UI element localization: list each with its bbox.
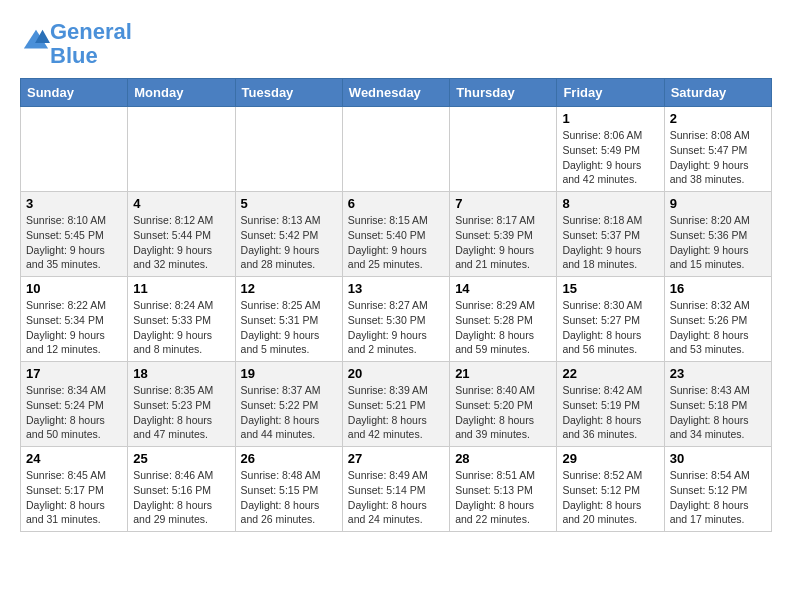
calendar-cell <box>235 107 342 192</box>
calendar-header: SundayMondayTuesdayWednesdayThursdayFrid… <box>21 79 772 107</box>
calendar-cell: 16Sunrise: 8:32 AM Sunset: 5:26 PM Dayli… <box>664 277 771 362</box>
day-number: 8 <box>562 196 658 211</box>
day-info: Sunrise: 8:40 AM Sunset: 5:20 PM Dayligh… <box>455 383 551 442</box>
calendar-cell: 2Sunrise: 8:08 AM Sunset: 5:47 PM Daylig… <box>664 107 771 192</box>
day-number: 2 <box>670 111 766 126</box>
weekday-header: Friday <box>557 79 664 107</box>
day-info: Sunrise: 8:46 AM Sunset: 5:16 PM Dayligh… <box>133 468 229 527</box>
day-number: 24 <box>26 451 122 466</box>
day-info: Sunrise: 8:43 AM Sunset: 5:18 PM Dayligh… <box>670 383 766 442</box>
logo: General Blue <box>20 20 132 68</box>
day-info: Sunrise: 8:39 AM Sunset: 5:21 PM Dayligh… <box>348 383 444 442</box>
day-number: 20 <box>348 366 444 381</box>
day-info: Sunrise: 8:06 AM Sunset: 5:49 PM Dayligh… <box>562 128 658 187</box>
day-number: 26 <box>241 451 337 466</box>
calendar-cell: 8Sunrise: 8:18 AM Sunset: 5:37 PM Daylig… <box>557 192 664 277</box>
calendar-cell: 1Sunrise: 8:06 AM Sunset: 5:49 PM Daylig… <box>557 107 664 192</box>
day-number: 3 <box>26 196 122 211</box>
day-number: 6 <box>348 196 444 211</box>
logo-text: General Blue <box>50 20 132 68</box>
day-number: 11 <box>133 281 229 296</box>
day-info: Sunrise: 8:20 AM Sunset: 5:36 PM Dayligh… <box>670 213 766 272</box>
calendar-cell: 27Sunrise: 8:49 AM Sunset: 5:14 PM Dayli… <box>342 447 449 532</box>
calendar-cell: 26Sunrise: 8:48 AM Sunset: 5:15 PM Dayli… <box>235 447 342 532</box>
day-number: 28 <box>455 451 551 466</box>
day-number: 22 <box>562 366 658 381</box>
day-number: 27 <box>348 451 444 466</box>
day-info: Sunrise: 8:34 AM Sunset: 5:24 PM Dayligh… <box>26 383 122 442</box>
day-number: 4 <box>133 196 229 211</box>
calendar-cell: 3Sunrise: 8:10 AM Sunset: 5:45 PM Daylig… <box>21 192 128 277</box>
day-number: 9 <box>670 196 766 211</box>
day-number: 10 <box>26 281 122 296</box>
calendar-body: 1Sunrise: 8:06 AM Sunset: 5:49 PM Daylig… <box>21 107 772 532</box>
day-number: 16 <box>670 281 766 296</box>
day-info: Sunrise: 8:48 AM Sunset: 5:15 PM Dayligh… <box>241 468 337 527</box>
calendar-cell: 20Sunrise: 8:39 AM Sunset: 5:21 PM Dayli… <box>342 362 449 447</box>
day-number: 12 <box>241 281 337 296</box>
calendar-cell <box>342 107 449 192</box>
calendar-cell: 12Sunrise: 8:25 AM Sunset: 5:31 PM Dayli… <box>235 277 342 362</box>
page: General Blue SundayMondayTuesdayWednesda… <box>0 0 792 542</box>
calendar-cell: 17Sunrise: 8:34 AM Sunset: 5:24 PM Dayli… <box>21 362 128 447</box>
day-number: 23 <box>670 366 766 381</box>
day-number: 7 <box>455 196 551 211</box>
day-info: Sunrise: 8:35 AM Sunset: 5:23 PM Dayligh… <box>133 383 229 442</box>
day-number: 19 <box>241 366 337 381</box>
calendar-cell: 9Sunrise: 8:20 AM Sunset: 5:36 PM Daylig… <box>664 192 771 277</box>
calendar-cell: 23Sunrise: 8:43 AM Sunset: 5:18 PM Dayli… <box>664 362 771 447</box>
calendar-cell: 29Sunrise: 8:52 AM Sunset: 5:12 PM Dayli… <box>557 447 664 532</box>
calendar-cell: 5Sunrise: 8:13 AM Sunset: 5:42 PM Daylig… <box>235 192 342 277</box>
calendar-cell: 4Sunrise: 8:12 AM Sunset: 5:44 PM Daylig… <box>128 192 235 277</box>
calendar-cell <box>21 107 128 192</box>
day-info: Sunrise: 8:22 AM Sunset: 5:34 PM Dayligh… <box>26 298 122 357</box>
day-info: Sunrise: 8:30 AM Sunset: 5:27 PM Dayligh… <box>562 298 658 357</box>
calendar-cell: 24Sunrise: 8:45 AM Sunset: 5:17 PM Dayli… <box>21 447 128 532</box>
calendar-cell: 14Sunrise: 8:29 AM Sunset: 5:28 PM Dayli… <box>450 277 557 362</box>
day-number: 30 <box>670 451 766 466</box>
day-info: Sunrise: 8:25 AM Sunset: 5:31 PM Dayligh… <box>241 298 337 357</box>
day-info: Sunrise: 8:13 AM Sunset: 5:42 PM Dayligh… <box>241 213 337 272</box>
calendar-cell: 30Sunrise: 8:54 AM Sunset: 5:12 PM Dayli… <box>664 447 771 532</box>
day-info: Sunrise: 8:17 AM Sunset: 5:39 PM Dayligh… <box>455 213 551 272</box>
calendar-cell: 28Sunrise: 8:51 AM Sunset: 5:13 PM Dayli… <box>450 447 557 532</box>
calendar-cell: 22Sunrise: 8:42 AM Sunset: 5:19 PM Dayli… <box>557 362 664 447</box>
calendar-cell: 6Sunrise: 8:15 AM Sunset: 5:40 PM Daylig… <box>342 192 449 277</box>
calendar: SundayMondayTuesdayWednesdayThursdayFrid… <box>20 78 772 532</box>
day-number: 13 <box>348 281 444 296</box>
day-number: 18 <box>133 366 229 381</box>
day-info: Sunrise: 8:18 AM Sunset: 5:37 PM Dayligh… <box>562 213 658 272</box>
day-number: 5 <box>241 196 337 211</box>
calendar-cell <box>450 107 557 192</box>
calendar-cell: 18Sunrise: 8:35 AM Sunset: 5:23 PM Dayli… <box>128 362 235 447</box>
week-row: 3Sunrise: 8:10 AM Sunset: 5:45 PM Daylig… <box>21 192 772 277</box>
calendar-cell: 15Sunrise: 8:30 AM Sunset: 5:27 PM Dayli… <box>557 277 664 362</box>
day-info: Sunrise: 8:42 AM Sunset: 5:19 PM Dayligh… <box>562 383 658 442</box>
calendar-cell: 10Sunrise: 8:22 AM Sunset: 5:34 PM Dayli… <box>21 277 128 362</box>
day-info: Sunrise: 8:54 AM Sunset: 5:12 PM Dayligh… <box>670 468 766 527</box>
day-info: Sunrise: 8:37 AM Sunset: 5:22 PM Dayligh… <box>241 383 337 442</box>
calendar-cell: 11Sunrise: 8:24 AM Sunset: 5:33 PM Dayli… <box>128 277 235 362</box>
day-info: Sunrise: 8:29 AM Sunset: 5:28 PM Dayligh… <box>455 298 551 357</box>
day-info: Sunrise: 8:08 AM Sunset: 5:47 PM Dayligh… <box>670 128 766 187</box>
logo-icon <box>22 28 50 56</box>
day-number: 21 <box>455 366 551 381</box>
calendar-cell: 21Sunrise: 8:40 AM Sunset: 5:20 PM Dayli… <box>450 362 557 447</box>
day-info: Sunrise: 8:24 AM Sunset: 5:33 PM Dayligh… <box>133 298 229 357</box>
day-number: 17 <box>26 366 122 381</box>
day-number: 25 <box>133 451 229 466</box>
day-info: Sunrise: 8:12 AM Sunset: 5:44 PM Dayligh… <box>133 213 229 272</box>
weekday-row: SundayMondayTuesdayWednesdayThursdayFrid… <box>21 79 772 107</box>
calendar-cell <box>128 107 235 192</box>
day-info: Sunrise: 8:49 AM Sunset: 5:14 PM Dayligh… <box>348 468 444 527</box>
week-row: 24Sunrise: 8:45 AM Sunset: 5:17 PM Dayli… <box>21 447 772 532</box>
weekday-header: Thursday <box>450 79 557 107</box>
day-info: Sunrise: 8:15 AM Sunset: 5:40 PM Dayligh… <box>348 213 444 272</box>
day-info: Sunrise: 8:27 AM Sunset: 5:30 PM Dayligh… <box>348 298 444 357</box>
calendar-cell: 25Sunrise: 8:46 AM Sunset: 5:16 PM Dayli… <box>128 447 235 532</box>
weekday-header: Tuesday <box>235 79 342 107</box>
day-info: Sunrise: 8:45 AM Sunset: 5:17 PM Dayligh… <box>26 468 122 527</box>
weekday-header: Monday <box>128 79 235 107</box>
weekday-header: Saturday <box>664 79 771 107</box>
weekday-header: Wednesday <box>342 79 449 107</box>
